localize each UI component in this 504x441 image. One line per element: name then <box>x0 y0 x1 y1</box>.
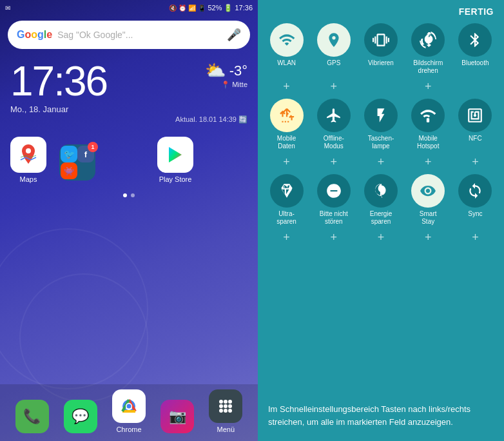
status-right: 🔇 ⏰ 📶 📱 52% 🔋 17:36 <box>169 4 253 12</box>
rotate-label: Bildschirmdrehen <box>413 59 443 75</box>
done-button[interactable]: FERTIG <box>459 6 494 17</box>
svg-point-0 <box>26 148 31 153</box>
clock-time-display: 17:36 <box>10 61 107 102</box>
gps-icon <box>317 23 351 57</box>
add-cell[interactable]: + <box>310 79 357 95</box>
hotspot-label: MobileHotspot <box>417 135 439 150</box>
dock-whatsapp[interactable]: 💬 <box>64 400 97 433</box>
add-cell[interactable]: + <box>405 79 452 95</box>
qs-row-3: Ultra-sparen Bitte nichtstören Energiesp… <box>258 170 504 230</box>
dock-phone[interactable]: 📞 <box>15 400 49 433</box>
app-social-cluster[interactable]: 🐦 👾 f 1 <box>59 144 95 183</box>
sync-label: Sync <box>468 210 482 218</box>
qs-info-text: Im Schnelleinstellungsbereich Tasten nac… <box>268 403 494 428</box>
sync-icon <box>458 174 492 208</box>
update-info: Aktual. 18.01 14:39 🔄 <box>0 114 258 124</box>
phone-icon: 📞 <box>15 400 49 433</box>
qs-mobile-data[interactable]: MobileDaten <box>263 95 310 154</box>
add-row-3: + + + + + <box>258 230 504 246</box>
add-cell[interactable]: + <box>452 154 499 170</box>
dnd-label: Bitte nichtstören <box>320 210 348 226</box>
smart-stay-label: SmartStay <box>420 210 437 226</box>
weather-location: 📍 Mitte <box>205 81 247 89</box>
clock-widget: 17:36 ⛅ -3° 📍 Mitte <box>0 54 258 102</box>
dock-chrome[interactable]: Chrome <box>112 389 146 433</box>
mobile-data-label: MobileDaten <box>277 135 296 150</box>
add-cell[interactable]: + <box>405 154 452 170</box>
app-play-store[interactable]: Play Store <box>157 137 193 183</box>
add-cell[interactable]: + <box>357 230 404 246</box>
dnd-icon <box>317 174 351 208</box>
play-store-icon <box>157 137 193 173</box>
bottom-dock: 📞 💬 <box>0 384 258 441</box>
qs-bluetooth[interactable]: Bluetooth <box>452 19 499 79</box>
location-pin-icon: 📍 <box>221 81 230 88</box>
qs-gps[interactable]: GPS <box>310 19 357 79</box>
wlan-label: WLAN <box>277 59 296 67</box>
add-cell <box>357 79 404 95</box>
notification-icon: ✉ <box>5 5 10 12</box>
wlan-icon <box>270 23 304 57</box>
qs-flashlight[interactable]: Taschen-lampe <box>357 95 404 154</box>
add-row-1: + + + <box>258 79 504 95</box>
qs-ultra-save[interactable]: Ultra-sparen <box>263 170 310 230</box>
camera-icon: 📷 <box>160 400 194 433</box>
add-cell[interactable]: + <box>263 230 310 246</box>
mic-icon[interactable]: 🎤 <box>227 28 241 42</box>
add-cell[interactable]: + <box>310 154 357 170</box>
mobile-data-icon <box>270 99 304 132</box>
qs-nfc[interactable]: NFC <box>452 95 499 154</box>
chrome-label: Chrome <box>116 426 141 433</box>
flashlight-icon <box>364 99 398 132</box>
qs-smart-stay[interactable]: SmartStay <box>405 170 452 230</box>
qs-vibrate[interactable]: Vibrieren <box>357 19 404 79</box>
svg-point-15 <box>228 404 232 408</box>
dock-camera[interactable]: 📷 <box>160 400 194 433</box>
search-bar[interactable]: Google Sag "Ok Google"... 🎤 <box>8 21 250 49</box>
app-grid: Maps 🐦 👾 f 1 <box>0 124 258 183</box>
add-cell[interactable]: + <box>452 230 499 246</box>
qs-sync[interactable]: Sync <box>452 170 499 230</box>
social-cluster-icon: 🐦 👾 f 1 <box>59 144 95 181</box>
app-maps[interactable]: Maps <box>10 137 46 183</box>
ultra-save-icon <box>270 174 304 208</box>
qs-hotspot[interactable]: MobileHotspot <box>405 95 452 154</box>
add-cell[interactable]: + <box>310 230 357 246</box>
nfc-label: NFC <box>469 135 482 142</box>
svg-marker-1 <box>169 147 182 162</box>
menu-label: Menü <box>217 426 235 433</box>
svg-point-14 <box>224 404 228 408</box>
qs-airplane[interactable]: Offline-Modus <box>310 95 357 154</box>
alarm-icon: ⏰ <box>179 5 186 12</box>
bluetooth-label: Bluetooth <box>461 59 489 67</box>
qs-info-section: Im Schnelleinstellungsbereich Tasten nac… <box>258 246 504 441</box>
page-dot-2 <box>131 193 135 197</box>
home-screen: ✉ 🔇 ⏰ 📶 📱 52% 🔋 17:36 Google Sag "Ok Goo… <box>0 0 258 441</box>
maps-label: Maps <box>20 175 37 183</box>
qs-power-save[interactable]: Energiesparen <box>357 170 404 230</box>
add-cell[interactable]: + <box>263 79 310 95</box>
vibrate-icon <box>364 23 398 57</box>
svg-point-18 <box>228 409 232 413</box>
svg-point-13 <box>219 404 223 408</box>
hotspot-icon <box>411 99 445 132</box>
smart-stay-icon <box>411 174 445 208</box>
chrome-icon <box>112 389 146 423</box>
qs-wlan[interactable]: WLAN <box>263 19 310 79</box>
signal-icon: 📱 <box>198 5 206 12</box>
add-cell[interactable]: + <box>263 154 310 170</box>
power-save-label: Energiesparen <box>370 210 392 226</box>
power-save-icon <box>364 174 398 208</box>
mute-icon: 🔇 <box>169 5 177 12</box>
rotate-icon <box>411 23 445 57</box>
clock-status: 17:36 <box>235 4 253 12</box>
add-cell[interactable]: + <box>405 230 452 246</box>
qs-rotate[interactable]: Bildschirmdrehen <box>405 19 452 79</box>
qs-row-2: MobileDaten Offline-Modus Taschen-lampe <box>258 95 504 154</box>
wifi-icon: 📶 <box>188 5 196 12</box>
add-cell[interactable]: + <box>357 154 404 170</box>
dock-menu[interactable]: Menü <box>209 389 242 433</box>
notification-badge: 1 <box>88 142 98 152</box>
qs-dnd[interactable]: Bitte nichtstören <box>310 170 357 230</box>
add-cell <box>452 79 499 95</box>
